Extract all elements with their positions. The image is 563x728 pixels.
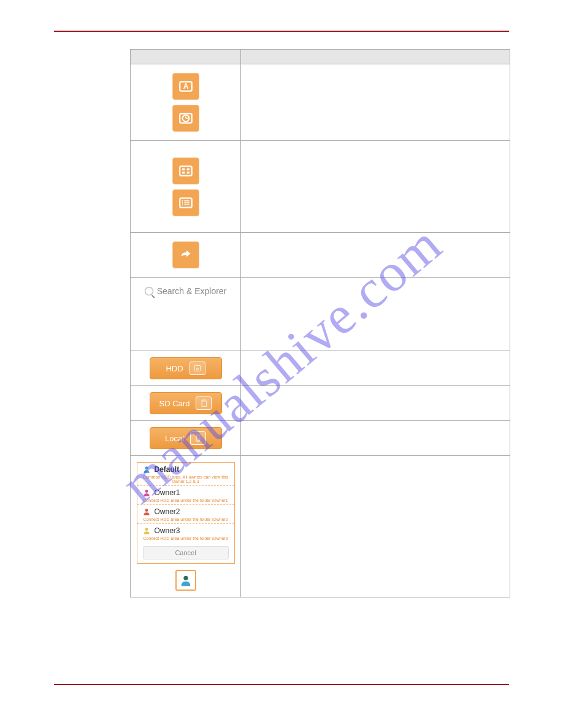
svg-point-26: [145, 466, 148, 469]
sort-by-name-icon[interactable]: A: [172, 73, 199, 100]
owner-sub-1: Connect HDD area under the folder \Owner…: [137, 498, 234, 505]
svg-point-28: [145, 509, 148, 512]
owner-sub-0: Common HDD area. All owners can view thi…: [137, 475, 234, 486]
owner-name-1: Owner1: [155, 488, 180, 497]
sdcard-icon: [196, 396, 212, 410]
share-icon[interactable]: [172, 241, 199, 268]
local-button[interactable]: Local: [150, 427, 222, 449]
svg-point-20: [197, 369, 197, 370]
person-icon: [142, 465, 151, 474]
person-icon: [142, 488, 151, 497]
row-owners-desc: [241, 456, 510, 597]
sort-by-date-icon[interactable]: [172, 105, 199, 132]
row-sdcard-desc: [241, 386, 510, 421]
owner-item-2[interactable]: Owner2: [137, 505, 234, 517]
owner-cancel-button[interactable]: Cancel: [143, 546, 229, 559]
svg-point-27: [145, 490, 148, 493]
owner-name-3: Owner3: [155, 526, 180, 535]
owner-sub-2: Connect HDD area under the folder \Owner…: [137, 517, 234, 524]
svg-rect-10: [186, 172, 189, 173]
hdd-button[interactable]: HDD: [150, 357, 222, 379]
svg-point-12: [182, 200, 183, 201]
phone-icon: [190, 431, 206, 445]
hdd-icon: [190, 362, 205, 375]
search-explorer-field[interactable]: Search & Explorer: [145, 286, 227, 296]
owner-icon[interactable]: [175, 570, 196, 591]
svg-point-14: [182, 202, 183, 203]
header-desc-col: [241, 50, 510, 64]
search-icon: [145, 287, 153, 295]
owner-item-1[interactable]: Owner1: [137, 486, 234, 498]
header-icon-col: [131, 50, 241, 64]
svg-rect-8: [186, 168, 189, 170]
icon-description-table: A: [130, 49, 510, 597]
local-label: Local: [165, 434, 184, 443]
svg-point-16: [182, 204, 183, 205]
svg-text:A: A: [183, 82, 188, 91]
svg-rect-6: [180, 166, 192, 175]
owner-select-card: Default Common HDD area. All owners can …: [137, 462, 235, 564]
owner-sub-3: Connect HDD area under the folder \Owner…: [137, 536, 234, 542]
svg-rect-13: [184, 200, 190, 201]
svg-rect-15: [184, 202, 190, 203]
row-search-desc: [241, 278, 510, 351]
svg-point-30: [183, 576, 188, 580]
owner-item-default[interactable]: Default: [137, 463, 234, 475]
svg-rect-9: [182, 172, 185, 173]
search-text: Search & Explorer: [157, 286, 227, 296]
person-icon: [142, 526, 151, 535]
row-local-desc: [241, 421, 510, 456]
svg-point-29: [145, 528, 148, 531]
sdcard-button[interactable]: SD Card: [150, 392, 222, 414]
grid-view-icon[interactable]: [172, 157, 199, 184]
row-sort-desc: [241, 64, 510, 141]
owner-item-3[interactable]: Owner3: [137, 524, 234, 536]
top-divider: [54, 31, 509, 32]
hdd-label: HDD: [166, 364, 183, 373]
person-icon: [142, 507, 151, 516]
svg-rect-7: [182, 168, 185, 170]
owner-name-2: Owner2: [155, 507, 180, 516]
row-hdd-desc: [241, 351, 510, 386]
row-share-desc: [241, 233, 510, 278]
owner-name-0: Default: [155, 465, 180, 474]
list-view-icon[interactable]: [172, 189, 199, 216]
sdcard-label: SD Card: [159, 399, 190, 408]
svg-rect-17: [184, 204, 190, 205]
row-view-desc: [241, 141, 510, 233]
bottom-divider: [54, 684, 509, 685]
svg-point-25: [197, 440, 198, 441]
